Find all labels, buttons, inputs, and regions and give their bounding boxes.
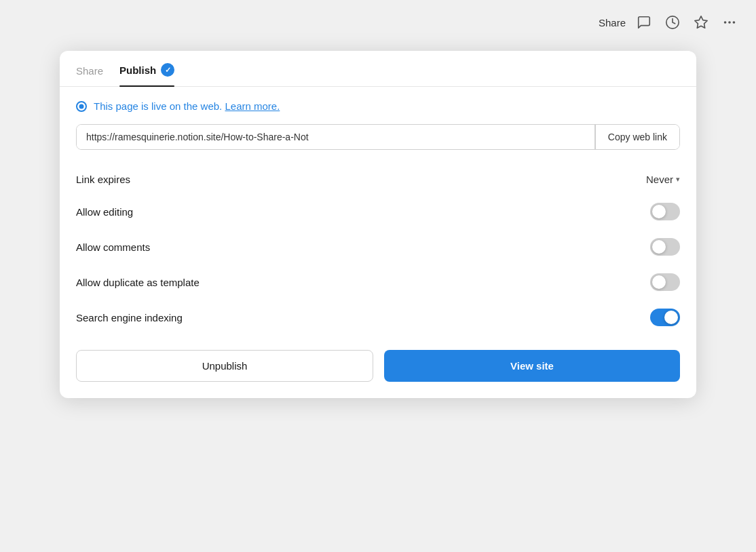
setting-allow-editing-label: Allow editing [76, 206, 133, 218]
live-dot-icon [76, 101, 87, 112]
setting-allow-duplicate: Allow duplicate as template [76, 264, 680, 300]
settings-list: Link expires Never ▾ Allow editing Allow… [76, 165, 680, 335]
share-label: Share [599, 17, 626, 28]
link-expires-value: Never [646, 174, 673, 185]
link-expires-dropdown[interactable]: Never ▾ [646, 174, 680, 185]
setting-search-indexing-label: Search engine indexing [76, 312, 183, 323]
tab-publish-label: Publish [119, 64, 156, 76]
tab-publish[interactable]: Publish ✓ [119, 51, 174, 86]
search-indexing-toggle[interactable] [650, 309, 680, 326]
setting-allow-comments-label: Allow comments [76, 241, 150, 253]
tab-bar: Share Publish ✓ [60, 51, 696, 87]
top-bar: Share [582, 0, 756, 45]
allow-duplicate-toggle[interactable] [650, 273, 680, 291]
svg-point-4 [734, 22, 735, 23]
allow-editing-toggle[interactable] [650, 203, 680, 220]
setting-link-expires: Link expires Never ▾ [76, 165, 680, 194]
tab-share-label: Share [76, 65, 103, 77]
unpublish-button[interactable]: Unpublish [76, 350, 373, 382]
allow-comments-toggle[interactable] [650, 238, 680, 256]
setting-search-indexing: Search engine indexing [76, 300, 680, 335]
action-row: Unpublish View site [76, 350, 680, 382]
setting-allow-editing: Allow editing [76, 194, 680, 229]
live-status-text: This page is live on the web. Learn more… [94, 100, 280, 112]
publish-check-icon: ✓ [161, 63, 174, 77]
setting-link-expires-label: Link expires [76, 174, 130, 185]
comment-icon[interactable] [634, 12, 654, 33]
setting-allow-duplicate-label: Allow duplicate as template [76, 277, 200, 288]
star-icon[interactable] [691, 12, 711, 33]
svg-marker-1 [695, 16, 707, 28]
more-icon[interactable] [719, 12, 740, 33]
chevron-down-icon: ▾ [676, 175, 680, 184]
url-row: Copy web link [76, 124, 680, 150]
live-status-row: This page is live on the web. Learn more… [76, 100, 680, 112]
tab-share[interactable]: Share [76, 53, 103, 86]
setting-allow-comments: Allow comments [76, 229, 680, 264]
history-icon[interactable] [662, 12, 683, 33]
svg-point-3 [729, 22, 730, 23]
learn-more-link[interactable]: Learn more. [225, 100, 280, 112]
url-input[interactable] [77, 125, 594, 149]
panel-body: This page is live on the web. Learn more… [60, 87, 696, 398]
copy-web-link-button[interactable]: Copy web link [596, 125, 679, 149]
view-site-button[interactable]: View site [384, 350, 680, 382]
publish-panel: Share Publish ✓ This page is live on the… [60, 51, 696, 398]
svg-point-2 [725, 22, 726, 23]
